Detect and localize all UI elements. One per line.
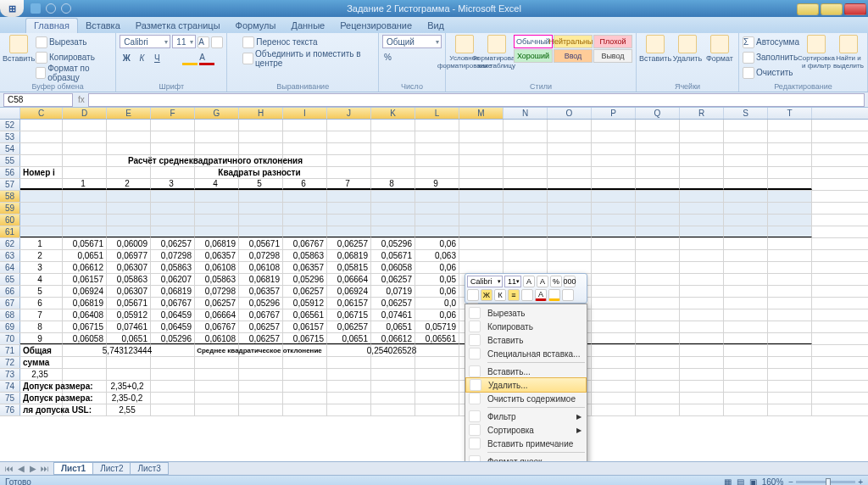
cell[interactable]	[680, 179, 724, 190]
cell[interactable]	[151, 191, 195, 202]
cell[interactable]	[548, 131, 592, 142]
cell[interactable]	[107, 191, 151, 202]
cell[interactable]: 0,06207	[151, 274, 195, 285]
cell[interactable]: 0,06612	[63, 262, 107, 273]
merge-center-button[interactable]: Объединить и поместить в центре	[242, 51, 375, 65]
font-size-combo[interactable]: 11	[172, 35, 196, 48]
cell[interactable]	[768, 203, 812, 214]
cell[interactable]	[504, 215, 548, 226]
cell[interactable]	[195, 226, 239, 237]
cell[interactable]	[636, 120, 680, 131]
cell[interactable]	[504, 238, 548, 249]
cut-button[interactable]: Вырезать	[36, 35, 112, 49]
cell[interactable]: 0,06058	[63, 333, 107, 344]
fill-button[interactable]: Заполнить	[743, 50, 799, 64]
wrap-text-button[interactable]: Перенос текста	[242, 35, 375, 49]
cell[interactable]: 0,06257	[195, 298, 239, 309]
cell[interactable]	[548, 155, 592, 166]
cell[interactable]	[151, 357, 195, 368]
cell[interactable]	[592, 238, 636, 249]
cell[interactable]	[371, 131, 415, 142]
cell[interactable]	[592, 381, 636, 392]
cell[interactable]	[415, 226, 459, 237]
row-header[interactable]: 72	[0, 357, 20, 368]
cell[interactable]	[20, 155, 63, 166]
cell[interactable]	[636, 404, 680, 415]
cell[interactable]	[151, 369, 195, 380]
cell[interactable]	[636, 191, 680, 202]
cell[interactable]	[636, 262, 680, 273]
zoom-percent[interactable]: 160%	[762, 477, 784, 485]
cell[interactable]: 0,06561	[283, 309, 327, 321]
clear-button[interactable]: Очистить	[743, 65, 799, 80]
cell[interactable]	[768, 309, 812, 321]
cell[interactable]: 0,06767	[195, 321, 239, 332]
cell[interactable]	[415, 215, 459, 226]
sheet-tab-1[interactable]: Лист1	[53, 462, 93, 475]
cell[interactable]	[548, 120, 592, 131]
cell[interactable]: 5	[20, 286, 63, 297]
ctx-item[interactable]: Очистить содержимое	[465, 392, 587, 405]
cell[interactable]	[636, 309, 680, 321]
mini-percent-icon[interactable]: %	[550, 276, 562, 287]
cell[interactable]	[636, 226, 680, 237]
cell[interactable]	[504, 250, 548, 261]
cell[interactable]	[724, 120, 768, 131]
cell[interactable]	[459, 262, 504, 273]
mini-font-combo[interactable]: Calibri	[467, 276, 503, 287]
cell[interactable]: 0,06357	[239, 286, 283, 297]
cell[interactable]	[592, 333, 636, 344]
cell[interactable]	[592, 262, 636, 273]
cell[interactable]	[239, 369, 283, 380]
cell[interactable]	[327, 120, 371, 131]
cell[interactable]: 0,05863	[107, 274, 151, 285]
col-header-Q[interactable]: Q	[636, 108, 680, 119]
cell[interactable]	[680, 274, 724, 285]
insert-cells-button[interactable]: Вставить	[640, 35, 670, 82]
cell[interactable]	[283, 404, 327, 415]
cell[interactable]	[415, 155, 459, 166]
cell[interactable]: 0,05863	[151, 262, 195, 273]
cell[interactable]	[724, 262, 768, 273]
cell[interactable]	[63, 203, 107, 214]
cell[interactable]	[768, 393, 812, 404]
cell[interactable]	[459, 203, 504, 214]
cell[interactable]: 0,06819	[239, 274, 283, 285]
cell[interactable]	[680, 333, 724, 344]
col-header-R[interactable]: R	[680, 108, 724, 119]
row-header[interactable]: 75	[0, 393, 20, 404]
cell[interactable]	[63, 143, 107, 154]
mini-border-icon[interactable]	[521, 289, 533, 301]
cell[interactable]: 0,05296	[151, 333, 195, 344]
row-header[interactable]: 69	[0, 321, 20, 332]
style-output[interactable]: Вывод	[593, 49, 632, 63]
percent-icon[interactable]: %	[384, 50, 392, 64]
view-break-icon[interactable]: ▣	[749, 477, 757, 485]
cell[interactable]	[63, 131, 107, 142]
cell[interactable]	[195, 120, 239, 131]
cell[interactable]: 0,06819	[151, 286, 195, 297]
cell[interactable]	[327, 381, 371, 392]
row-header[interactable]: 53	[0, 131, 20, 142]
cell[interactable]	[239, 404, 283, 415]
cell[interactable]	[680, 298, 724, 309]
cell[interactable]: ля допуска USL:	[20, 404, 63, 415]
cell[interactable]	[504, 262, 548, 273]
cell[interactable]	[371, 191, 415, 202]
cell[interactable]	[724, 321, 768, 332]
cell[interactable]: 1	[20, 238, 63, 249]
cell[interactable]	[636, 369, 680, 380]
cell[interactable]: 0,07298	[151, 250, 195, 261]
cell[interactable]	[283, 191, 327, 202]
cell[interactable]	[636, 250, 680, 261]
cell[interactable]	[636, 215, 680, 226]
cell[interactable]	[724, 143, 768, 154]
cell[interactable]	[151, 167, 195, 178]
cell[interactable]	[415, 357, 459, 368]
cell[interactable]: 0,0719	[371, 286, 415, 297]
cell[interactable]: 0,06767	[151, 298, 195, 309]
cell[interactable]: 0,06924	[63, 286, 107, 297]
col-header-I[interactable]: I	[283, 108, 327, 119]
cell[interactable]: 0,06	[415, 238, 459, 249]
cell[interactable]	[768, 357, 812, 368]
